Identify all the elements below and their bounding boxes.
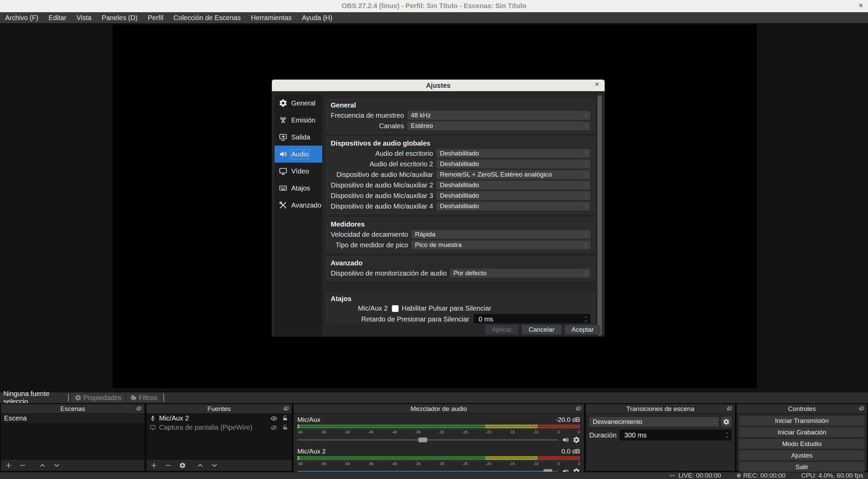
desktop-audio-2-select[interactable]: Deshabilitado — [436, 160, 590, 168]
transitions-dock-title: Transiciones de escena — [626, 405, 694, 413]
menu-archivo[interactable]: Archivo (F) — [0, 12, 44, 23]
push-to-mute-checkbox[interactable] — [392, 305, 399, 312]
settings-tab-general[interactable]: General — [275, 95, 322, 112]
visibility-eye-icon[interactable] — [271, 415, 277, 422]
volume-slider[interactable] — [297, 437, 558, 443]
mic-aux-4-select[interactable]: Deshabilitado — [436, 202, 590, 211]
popout-icon[interactable] — [136, 406, 142, 412]
spin-arrows-icon[interactable] — [582, 314, 590, 323]
mixer-dock-title: Mezclador de audio — [411, 405, 467, 413]
menu-perfil[interactable]: Perfil — [143, 12, 169, 23]
filters-button[interactable]: Filtros — [127, 393, 160, 402]
mixer-dock-header[interactable]: Mezclador de audio — [294, 404, 584, 414]
spin-arrows-icon[interactable] — [723, 430, 731, 441]
controls-dock-header[interactable]: Controles — [737, 404, 867, 414]
settings-scrollbar[interactable] — [597, 95, 602, 335]
monitoring-device-select[interactable]: Por defecto — [450, 269, 590, 278]
source-properties-gear-button[interactable] — [179, 462, 186, 469]
settings-dialog-titlebar[interactable]: Ajustes × — [272, 80, 605, 91]
popout-icon[interactable] — [726, 406, 732, 412]
settings-button[interactable]: Ajustes — [739, 450, 865, 460]
mic-aux-2-select[interactable]: Deshabilitado — [436, 181, 590, 189]
move-source-down-button[interactable] — [211, 462, 218, 469]
decay-rate-select[interactable]: Rápida — [412, 230, 590, 239]
meter-scale: -60-55-50-45-40-35-30-25-20-15-10-50 — [297, 430, 580, 434]
selected-value: Estéreo — [411, 122, 433, 130]
start-streaming-button[interactable]: Iniciar Transmisión — [739, 416, 865, 426]
channels-select[interactable]: Estéreo — [407, 121, 590, 130]
filters-label: Filtros — [139, 394, 157, 402]
desktop-audio-select[interactable]: Deshabilitado — [436, 149, 590, 158]
push-to-mute-delay-input[interactable]: 0 ms — [474, 314, 590, 323]
settings-dialog-title: Ajustes — [426, 82, 450, 89]
menu-vista[interactable]: Vista — [71, 12, 97, 23]
transition-duration-input[interactable]: 300 ms — [620, 430, 731, 441]
peak-meter-type-select[interactable]: Pico de muestra — [412, 241, 590, 249]
scenes-dock-title: Escenas — [60, 405, 85, 413]
add-source-button[interactable] — [151, 462, 157, 469]
settings-tab-salida[interactable]: Salida — [275, 129, 322, 146]
mic-aux-3-select[interactable]: Deshabilitado — [436, 191, 590, 200]
source-list-item[interactable]: Captura de pantalla (PipeWire) — [146, 423, 292, 432]
add-scene-button[interactable] — [5, 462, 12, 469]
move-scene-up-button[interactable] — [39, 462, 46, 469]
scenes-dock-header[interactable]: Escenas — [1, 404, 144, 414]
properties-button[interactable]: Propiedades — [71, 393, 125, 402]
lock-icon[interactable] — [282, 415, 289, 422]
settings-tab-label: Salida — [291, 133, 310, 141]
visibility-eye-off-icon[interactable] — [271, 424, 277, 431]
scrollbar-thumb[interactable] — [597, 95, 602, 335]
transitions-dock-header[interactable]: Transiciones de escena — [586, 404, 735, 414]
section-title: Medidores — [331, 220, 590, 228]
menu-ayuda[interactable]: Ayuda (H) — [297, 12, 337, 23]
separator — [68, 394, 69, 402]
settings-tab-emision[interactable]: Emisión — [275, 112, 322, 129]
combo-spinner-icon — [581, 230, 590, 239]
studio-mode-button[interactable]: Modo Estudio — [739, 439, 865, 449]
menu-herramientas[interactable]: Herramientas — [246, 12, 297, 23]
lock-icon[interactable] — [282, 424, 289, 431]
broadcast-icon — [279, 116, 288, 125]
settings-tab-avanzado[interactable]: Avanzado — [275, 197, 322, 214]
move-scene-down-button[interactable] — [53, 462, 60, 469]
menu-editar[interactable]: Editar — [44, 12, 71, 23]
menu-paneles[interactable]: Paneles (D) — [97, 12, 143, 23]
move-source-up-button[interactable] — [197, 462, 204, 469]
slider-handle[interactable] — [418, 437, 427, 442]
settings-tab-atajos[interactable]: Atajos — [275, 180, 322, 197]
section-general: General Frecuencia de muestreo 48 kHz Ca… — [326, 99, 595, 133]
source-list-item[interactable]: Mic/Aux 2 — [146, 414, 292, 423]
settings-tab-label: Avanzado — [291, 201, 322, 209]
apply-button[interactable]: Aplicar — [485, 325, 518, 334]
cancel-button[interactable]: Cancelar — [522, 325, 561, 334]
selected-value: Deshabilitado — [440, 150, 479, 157]
sample-rate-select[interactable]: 48 kHz — [407, 111, 590, 120]
tools-icon — [279, 201, 288, 210]
popout-icon[interactable] — [858, 406, 865, 412]
transition-settings-button[interactable] — [721, 417, 731, 427]
mic-aux-select[interactable]: RemoteSL + ZeroSL Estéreo analógico — [436, 170, 590, 179]
window-close-button[interactable]: × — [858, 1, 863, 10]
settings-tab-audio[interactable]: Audio — [275, 146, 322, 163]
settings-tab-video[interactable]: Vídeo — [275, 163, 322, 180]
sources-dock-header[interactable]: Fuentes — [146, 404, 292, 414]
ok-button[interactable]: Aceptar — [565, 325, 601, 334]
dialog-footer: Aplicar Cancelar Aceptar — [485, 325, 601, 334]
remove-scene-button[interactable] — [19, 462, 26, 469]
channel-settings-gear-icon[interactable] — [573, 436, 580, 444]
popout-icon[interactable] — [283, 406, 289, 412]
scene-list-item[interactable]: Escena — [1, 414, 144, 423]
scenes-list: Escena — [1, 414, 144, 459]
menu-coleccion-escenas[interactable]: Colección de Escenas — [168, 12, 246, 23]
exit-button[interactable]: Salir — [739, 462, 865, 472]
main-area: Ajustes × General Emisión Sal — [0, 23, 868, 392]
mute-speaker-icon[interactable] — [562, 436, 569, 444]
volume-meter: -60-55-50-45-40-35-30-25-20-15-10-50 — [297, 456, 580, 466]
remove-source-button[interactable] — [165, 462, 172, 469]
start-recording-button[interactable]: Iniciar Grabación — [739, 427, 865, 437]
settings-dialog-close-button[interactable]: × — [595, 80, 599, 89]
section-advanced: Avanzado Dispositivo de monitorización d… — [326, 257, 595, 281]
transition-select[interactable]: Desvanecimiento — [589, 417, 719, 427]
settings-tab-label: Atajos — [291, 184, 310, 192]
popout-icon[interactable] — [575, 406, 581, 412]
